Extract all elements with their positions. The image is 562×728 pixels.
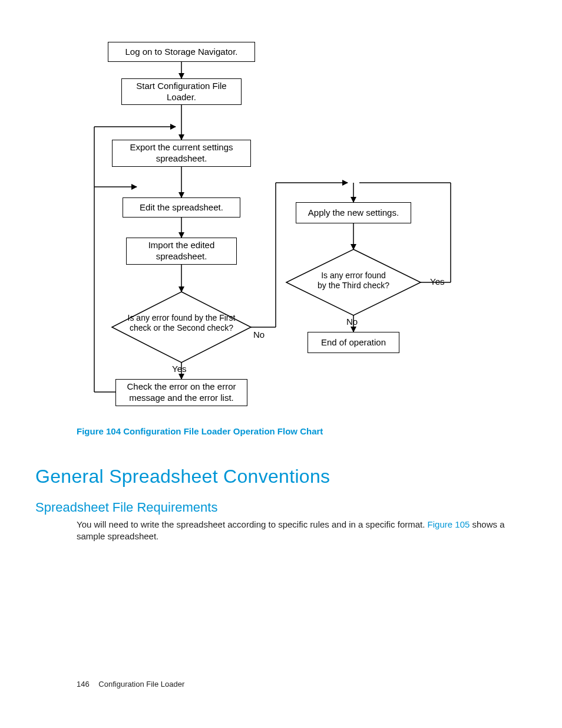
flow-box-end: End of operation <box>308 332 399 353</box>
flow-text: check or the Second check? <box>112 323 251 333</box>
flow-text: spreadsheet. <box>148 251 215 262</box>
heading-general-spreadsheet-conventions: General Spreadsheet Conventions <box>35 466 330 487</box>
document-page: Log on to Storage Navigator. Start Confi… <box>0 0 562 728</box>
flow-label-yes: Yes <box>172 364 186 374</box>
flow-text: End of operation <box>321 337 386 348</box>
flow-label-yes: Yes <box>430 276 444 286</box>
flow-box-check-error: Check the error on the error message and… <box>115 379 247 406</box>
flow-text: by the Third check? <box>286 281 421 291</box>
flow-text: Export the current settings <box>130 142 233 153</box>
page-footer: 146 Configuration File Loader <box>77 680 184 689</box>
flow-box-import: Import the edited spreadsheet. <box>126 238 237 265</box>
flow-text: Apply the new settings. <box>308 207 399 219</box>
footer-section-title: Configuration File Loader <box>98 680 184 689</box>
flow-text: Edit the spreadsheet. <box>140 202 223 213</box>
page-number: 146 <box>77 680 90 689</box>
flow-text: message and the error list. <box>127 393 236 404</box>
figure-caption: Figure 104 Configuration File Loader Ope… <box>77 426 323 436</box>
flow-text: Import the edited <box>148 240 215 251</box>
flow-box-logon: Log on to Storage Navigator. <box>108 42 255 62</box>
body-paragraph: You will need to write the spreadsheet a… <box>77 519 507 543</box>
body-text-run: You will need to write the spreadsheet a… <box>77 519 428 529</box>
flow-text: Start Configuration File <box>136 81 226 92</box>
flow-box-edit: Edit the spreadsheet. <box>123 197 240 218</box>
flow-box-start: Start Configuration File Loader. <box>121 78 242 105</box>
flow-label-no: No <box>253 330 265 340</box>
flow-decision-text: Is any error found by the First check or… <box>112 313 251 333</box>
flow-box-export: Export the current settings spreadsheet. <box>112 140 251 167</box>
figure-reference-link[interactable]: Figure 105 <box>428 519 470 529</box>
flow-label-no: No <box>346 317 358 327</box>
flow-text: Check the error on the error <box>127 381 236 393</box>
flow-text: Is any error found <box>286 271 421 281</box>
flow-text: spreadsheet. <box>130 153 233 164</box>
flow-decision-text: Is any error found by the Third check? <box>286 271 421 291</box>
heading-spreadsheet-file-requirements: Spreadsheet File Requirements <box>35 500 217 515</box>
flow-text: Log on to Storage Navigator. <box>125 47 238 58</box>
flow-text: Is any error found by the First <box>112 313 251 323</box>
flow-box-apply: Apply the new settings. <box>296 202 411 223</box>
flow-text: Loader. <box>136 92 226 103</box>
flowchart: Log on to Storage Navigator. Start Confi… <box>77 38 477 427</box>
